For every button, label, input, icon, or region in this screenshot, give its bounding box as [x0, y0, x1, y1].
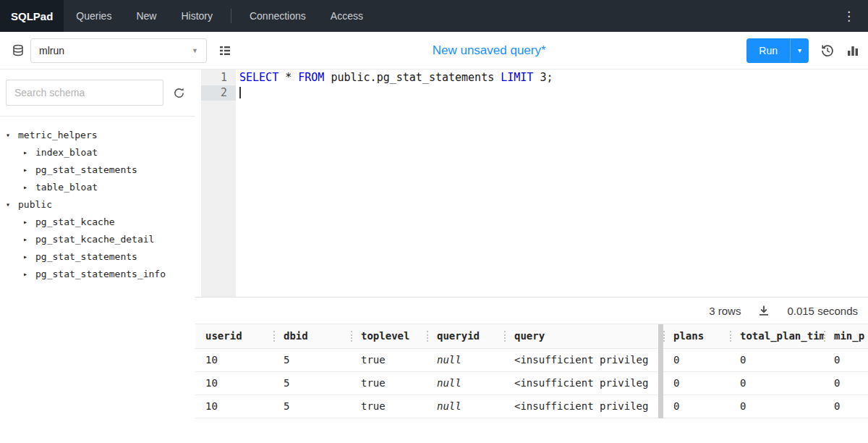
schema-item-label: table_bloat [35, 182, 98, 193]
run-split-button: Run ▾ [746, 38, 809, 63]
nav-item-new[interactable]: New [124, 0, 169, 32]
schema-item-label: pg_stat_kcache [35, 216, 115, 227]
cell-toplevel: true [351, 395, 427, 418]
code-token: 3; [533, 71, 553, 84]
schema-search-row [0, 69, 195, 106]
column-resize-bar[interactable] [658, 371, 663, 395]
main-area: ▾metric_helpers▸index_bloat▸pg_stat_stat… [0, 69, 868, 443]
results-header-row: useriddbidtoplevelqueryidqueryplanstotal… [195, 324, 868, 348]
schema-item-label: pg_stat_kcache_detail [35, 234, 154, 245]
column-header-label: total_plan_time [740, 330, 824, 342]
text-cursor [239, 87, 241, 98]
schema-item-pg_stat_statements_info[interactable]: ▸pg_stat_statements_info [6, 265, 195, 282]
schema-item-metric_helpers[interactable]: ▾metric_helpers [6, 126, 195, 143]
column-resize-handle[interactable] [504, 331, 506, 342]
cell-userid: 10 [195, 348, 273, 371]
schema-item-pg_stat_statements[interactable]: ▸pg_stat_statements [6, 161, 195, 178]
caret-right-icon: ▸ [23, 166, 30, 174]
navbar-divider [231, 9, 231, 23]
chevron-down-icon: ▾ [798, 46, 801, 54]
toggle-schema-button[interactable] [218, 44, 231, 57]
caret-right-icon: ▸ [23, 183, 30, 191]
nav-item-queries[interactable]: Queries [64, 0, 124, 32]
nav-item-history[interactable]: History [169, 0, 225, 32]
query-title[interactable]: New unsaved query* [433, 43, 546, 57]
column-resize-handle[interactable] [824, 331, 825, 342]
query-history-button[interactable] [820, 43, 835, 58]
caret-right-icon: ▸ [23, 218, 30, 226]
code-token: * [278, 71, 298, 84]
bar-chart-icon [846, 44, 859, 57]
connection-select-value: mlrun [39, 45, 64, 56]
column-header-label: query [514, 330, 545, 342]
column-resize-handle[interactable] [730, 331, 731, 342]
line-number: 2 [201, 85, 236, 101]
column-header-plans: plans [663, 324, 730, 348]
cell-total_plan_time: 0 [730, 371, 824, 395]
column-resize-handle[interactable] [351, 331, 352, 342]
connection-select[interactable]: mlrun ▼ [30, 38, 207, 63]
code-token: FROM [298, 71, 324, 84]
cell-min_p: 0 [824, 371, 868, 395]
kebab-menu-icon[interactable]: ⋮ [830, 0, 868, 32]
cell-queryid: null [427, 395, 504, 418]
column-header-dbid: dbid [273, 324, 351, 348]
schema-item-label: pg_stat_statements [35, 251, 137, 262]
schema-item-pg_stat_statements[interactable]: ▸pg_stat_statements [6, 248, 195, 265]
elapsed-time: 0.015 seconds [787, 305, 858, 317]
nav-item-access[interactable]: Access [318, 0, 375, 32]
navbar-menu: QueriesNewHistoryConnectionsAccess [64, 0, 375, 32]
code-line [239, 85, 868, 101]
column-resize-bar[interactable] [658, 324, 663, 348]
column-resize-handle[interactable] [663, 331, 665, 342]
cell-dbid: 5 [273, 395, 351, 418]
run-button[interactable]: Run [746, 38, 791, 63]
toolbar-right: Run ▾ [746, 38, 859, 63]
cell-query: <insufficient privileg [504, 348, 658, 371]
toolbar-middle: New unsaved query* [231, 43, 746, 58]
column-resize-bar[interactable] [658, 395, 663, 418]
column-header-label: dbid [284, 330, 308, 342]
download-results-button[interactable] [758, 305, 770, 316]
column-resize-handle[interactable] [427, 331, 428, 342]
caret-right-icon: ▸ [23, 235, 30, 243]
nav-item-connections[interactable]: Connections [237, 0, 318, 32]
editor-gutter: 12 [201, 69, 236, 297]
schema-item-public[interactable]: ▾public [6, 195, 195, 213]
cell-dbid: 5 [273, 371, 351, 395]
cell-query: <insufficient privileg [504, 395, 658, 418]
schema-item-label: pg_stat_statements_info [35, 269, 166, 279]
schema-item-pg_stat_kcache_detail[interactable]: ▸pg_stat_kcache_detail [6, 230, 195, 248]
column-resize-handle[interactable] [273, 331, 275, 342]
sqlpad-app: SQLPad QueriesNewHistoryConnectionsAcces… [0, 0, 868, 443]
row-count: 3 rows [709, 305, 741, 317]
chevron-down-icon: ▼ [192, 47, 198, 54]
column-header-label: min_p [834, 330, 864, 342]
search-schema-input[interactable] [6, 80, 163, 106]
schema-item-index_bloat[interactable]: ▸index_bloat [6, 143, 195, 161]
code-token: SELECT [239, 71, 278, 84]
table-row: 105truenull<insufficient privileg000 [195, 348, 868, 371]
chart-button[interactable] [846, 44, 859, 57]
cell-queryid: null [427, 348, 504, 371]
run-dropdown-button[interactable]: ▾ [791, 38, 809, 63]
cell-queryid: null [427, 371, 504, 395]
results-statusbar: 3 rows 0.015 seconds [195, 298, 868, 324]
sql-editor[interactable]: 12 SELECT * FROM public.pg_stat_statemen… [195, 69, 868, 297]
code-token: public.pg_stat_statements [324, 71, 501, 84]
caret-down-icon: ▾ [6, 201, 13, 208]
column-resize-bar[interactable] [658, 348, 663, 371]
table-row: 105truenull<insufficient privileg000 [195, 395, 868, 418]
column-header-min_p: min_p [824, 324, 868, 348]
schema-sidebar: ▾metric_helpers▸index_bloat▸pg_stat_stat… [0, 69, 195, 443]
download-icon [758, 305, 770, 316]
line-number: 1 [201, 70, 236, 85]
schema-item-table_bloat[interactable]: ▸table_bloat [6, 178, 195, 195]
schema-item-pg_stat_kcache[interactable]: ▸pg_stat_kcache [6, 213, 195, 230]
refresh-schema-button[interactable] [173, 87, 185, 99]
code-line: SELECT * FROM public.pg_stat_statements … [239, 70, 868, 85]
column-header-toplevel: toplevel [351, 324, 427, 348]
column-header-label: toplevel [361, 330, 409, 342]
brand-logo[interactable]: SQLPad [0, 0, 64, 32]
schema-tree: ▾metric_helpers▸index_bloat▸pg_stat_stat… [0, 117, 195, 282]
